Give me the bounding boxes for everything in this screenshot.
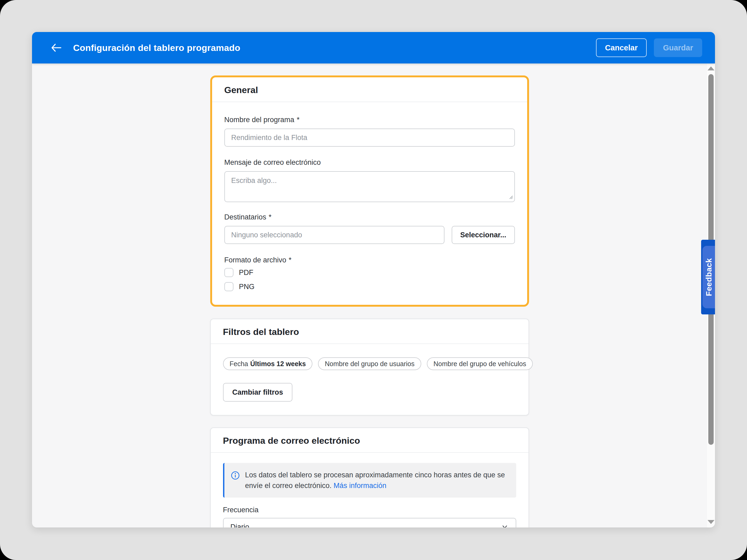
cancel-button[interactable]: Cancelar	[596, 38, 647, 57]
frequency-select[interactable]: Diario	[223, 518, 516, 528]
file-format-option-pdf: PDF	[224, 268, 515, 277]
feedback-tab-label: Feedback	[704, 258, 713, 296]
filters-card-title: Filtros del tablero	[223, 327, 516, 337]
recipients-field: Seleccionar...	[224, 226, 515, 244]
required-mark: *	[297, 116, 300, 124]
filters-card-header: Filtros del tablero	[211, 319, 529, 344]
schedule-card-title: Programa de correo electrónico	[223, 435, 516, 446]
scroll-down-arrow-icon[interactable]	[707, 520, 715, 524]
png-checkbox[interactable]	[224, 282, 233, 291]
email-message-label: Mensaje de correo electrónico	[224, 158, 515, 167]
general-card-header: General	[212, 77, 527, 102]
appbar-actions: Cancelar Guardar	[596, 38, 702, 57]
file-format-label: Formato de archivo*	[224, 256, 515, 264]
resize-grip-icon[interactable]	[508, 194, 513, 200]
feedback-tab-inner: Feedback	[702, 246, 715, 308]
schedule-card-header: Programa de correo electrónico	[211, 428, 529, 452]
recipients-label: Destinatarios*	[224, 213, 515, 221]
app-window: Configuración del tablero programado Can…	[32, 32, 715, 528]
email-schedule-card: Programa de correo electrónico Los datos…	[210, 427, 529, 528]
email-message-field	[224, 171, 515, 202]
required-mark: *	[289, 256, 291, 264]
feedback-tab[interactable]: Feedback	[701, 240, 715, 314]
frequency-label: Frecuencia	[223, 506, 516, 514]
pdf-checkbox[interactable]	[224, 268, 233, 277]
arrow-left-icon	[50, 43, 62, 53]
file-format-option-png: PNG	[224, 282, 515, 291]
save-button[interactable]: Guardar	[654, 38, 702, 57]
filter-chips: FechaÚltimos 12 weeks Nombre del grupo d…	[223, 357, 516, 370]
required-mark: *	[269, 213, 272, 221]
frequency-selected-value: Diario	[231, 523, 250, 528]
recipients-input[interactable]	[224, 226, 444, 244]
info-icon	[231, 471, 240, 480]
filter-chip-user-group: Nombre del grupo de usuarios	[318, 357, 421, 370]
filter-chip-date: FechaÚltimos 12 weeks	[223, 357, 313, 370]
content-scroll-area: General Nombre del programa* Mensaje de …	[32, 63, 707, 528]
change-filters-button[interactable]: Cambiar filtros	[223, 383, 293, 402]
desktop-background: Configuración del tablero programado Can…	[0, 0, 747, 560]
back-button[interactable]	[50, 43, 62, 53]
general-card: General Nombre del programa* Mensaje de …	[210, 76, 529, 306]
png-checkbox-label: PNG	[239, 283, 255, 291]
pdf-checkbox-label: PDF	[239, 269, 253, 277]
email-message-textarea[interactable]	[224, 171, 515, 202]
chevron-down-icon	[501, 523, 509, 528]
info-alert-text: Los datos del tablero se procesan aproxi…	[245, 470, 508, 491]
scroll-up-arrow-icon[interactable]	[707, 66, 715, 71]
program-name-input[interactable]	[224, 129, 515, 146]
program-name-label: Nombre del programa*	[224, 115, 515, 124]
select-recipients-button[interactable]: Seleccionar...	[452, 226, 515, 244]
info-alert: Los datos del tablero se procesan aproxi…	[223, 463, 516, 498]
appbar: Configuración del tablero programado Can…	[32, 32, 715, 63]
filter-chip-vehicle-group: Nombre del grupo de vehículos	[427, 357, 533, 370]
page-title: Configuración del tablero programado	[73, 43, 240, 53]
general-card-title: General	[224, 85, 515, 95]
more-info-link[interactable]: Más información	[334, 482, 386, 489]
dashboard-filters-card: Filtros del tablero FechaÚltimos 12 week…	[210, 319, 529, 416]
